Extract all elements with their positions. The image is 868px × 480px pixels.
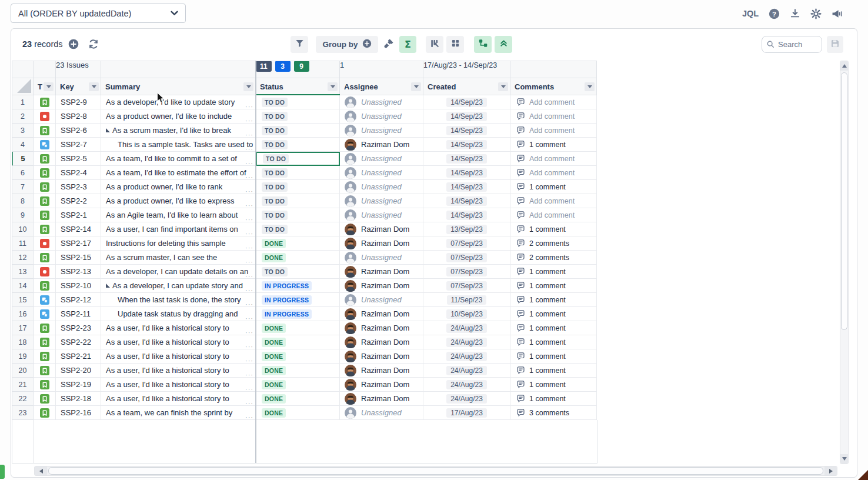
- scroll-up-button[interactable]: [840, 61, 848, 71]
- comments-cell[interactable]: Add comment: [510, 194, 597, 208]
- issue-type-cell[interactable]: [34, 364, 56, 378]
- status-cell[interactable]: DONE: [256, 349, 340, 364]
- issue-key-cell[interactable]: SSP2-21: [56, 349, 101, 364]
- comments-cell[interactable]: Add comment: [510, 152, 597, 166]
- comments-cell[interactable]: Add comment: [510, 95, 597, 109]
- assignee-cell[interactable]: Raziman Dom: [340, 364, 423, 378]
- comments-cell[interactable]: 1 comment: [510, 279, 597, 293]
- issue-key-cell[interactable]: SSP2-22: [56, 335, 101, 349]
- status-cell[interactable]: DONE: [256, 406, 340, 420]
- created-cell[interactable]: 14/Sep/23: [423, 109, 510, 124]
- status-cell[interactable]: TO DO: [256, 265, 340, 279]
- assignee-cell[interactable]: Raziman Dom: [340, 321, 423, 335]
- status-cell[interactable]: DONE: [256, 335, 340, 349]
- horizontal-scrollbar[interactable]: [34, 466, 837, 476]
- summary-cell[interactable]: This is a sample task. Tasks are used to…: [101, 138, 256, 152]
- row-number[interactable]: 2: [12, 109, 34, 124]
- status-cell[interactable]: DONE: [256, 378, 340, 392]
- status-cell[interactable]: DONE: [256, 364, 340, 378]
- comments-label[interactable]: Add comment: [529, 112, 575, 121]
- created-cell[interactable]: 14/Sep/23: [423, 124, 510, 138]
- gear-icon[interactable]: [810, 8, 822, 19]
- assignee-cell[interactable]: Unassigned: [340, 208, 423, 222]
- assignee-cell[interactable]: Raziman Dom: [340, 349, 423, 364]
- comments-label[interactable]: Add comment: [529, 197, 575, 205]
- column-header-assignee[interactable]: Assignee: [340, 78, 423, 95]
- expander-icon[interactable]: [106, 284, 110, 288]
- summary-cell[interactable]: Update task status by dragging and···: [101, 307, 256, 321]
- issue-type-cell[interactable]: [34, 392, 56, 406]
- horizontal-scrollbar-thumb[interactable]: [48, 467, 823, 475]
- comments-cell[interactable]: 1 comment: [510, 293, 597, 307]
- column-filter-dropdown[interactable]: [585, 82, 595, 91]
- issue-key-cell[interactable]: SSP2-2: [56, 194, 101, 208]
- assignee-cell[interactable]: Unassigned: [340, 109, 423, 124]
- issue-key-cell[interactable]: SSP2-16: [56, 406, 101, 420]
- comments-cell[interactable]: 1 comment: [510, 364, 597, 378]
- assignee-cell[interactable]: Unassigned: [340, 194, 423, 208]
- comments-label[interactable]: Add comment: [529, 211, 575, 219]
- scroll-left-button[interactable]: [35, 466, 47, 475]
- row-number[interactable]: 13: [12, 265, 34, 279]
- created-cell[interactable]: 24/Aug/23: [423, 349, 510, 364]
- comments-cell[interactable]: Add comment: [510, 166, 597, 180]
- issue-type-cell[interactable]: [34, 208, 56, 222]
- row-number[interactable]: 21: [12, 378, 34, 392]
- row-number[interactable]: 5: [12, 152, 34, 166]
- add-record-button[interactable]: [68, 39, 79, 49]
- status-cell[interactable]: TO DO: [256, 180, 340, 194]
- comments-cell[interactable]: Add comment: [510, 124, 597, 138]
- created-cell[interactable]: 14/Sep/23: [423, 138, 510, 152]
- row-number[interactable]: 9: [12, 208, 34, 222]
- row-number[interactable]: 3: [12, 124, 34, 138]
- status-cell[interactable]: IN PROGRESS: [256, 279, 340, 293]
- assignee-cell[interactable]: Unassigned: [340, 293, 423, 307]
- comments-cell[interactable]: 1 comment: [510, 222, 597, 236]
- assignee-cell[interactable]: Raziman Dom: [340, 222, 423, 236]
- summary-cell[interactable]: As a product owner, I'd like to include·…: [101, 109, 256, 124]
- row-number[interactable]: 18: [12, 335, 34, 349]
- assignee-cell[interactable]: Raziman Dom: [340, 279, 423, 293]
- created-cell[interactable]: 17/Aug/23: [423, 406, 510, 420]
- comments-cell[interactable]: 3 comments: [510, 406, 597, 420]
- comments-cell[interactable]: 1 comment: [510, 307, 597, 321]
- status-cell[interactable]: TO DO: [256, 166, 340, 180]
- issue-type-cell[interactable]: [34, 152, 56, 166]
- created-cell[interactable]: 14/Sep/23: [423, 166, 510, 180]
- created-cell[interactable]: 24/Aug/23: [423, 392, 510, 406]
- issue-type-cell[interactable]: [34, 180, 56, 194]
- row-number[interactable]: 23: [12, 406, 34, 420]
- vertical-scrollbar-thumb[interactable]: [841, 72, 847, 330]
- summary-cell[interactable]: As a scrum master, I'd like to break···: [101, 124, 256, 138]
- comments-cell[interactable]: 1 comment: [510, 321, 597, 335]
- comments-cell[interactable]: 1 comment: [510, 265, 597, 279]
- issue-key-cell[interactable]: SSP2-11: [56, 307, 101, 321]
- issue-type-cell[interactable]: [34, 321, 56, 335]
- filter-button[interactable]: [291, 36, 308, 53]
- issue-type-cell[interactable]: [34, 124, 56, 138]
- row-number[interactable]: 11: [12, 236, 34, 251]
- row-number[interactable]: 8: [12, 194, 34, 208]
- refresh-button[interactable]: [88, 39, 99, 49]
- comments-label[interactable]: Add comment: [529, 98, 575, 106]
- column-header-status[interactable]: Status: [256, 78, 340, 95]
- group-by-button[interactable]: Group by: [316, 36, 378, 53]
- row-number[interactable]: 17: [12, 321, 34, 335]
- comments-cell[interactable]: Add comment: [510, 208, 597, 222]
- issue-key-cell[interactable]: SSP2-10: [56, 279, 101, 293]
- issue-key-cell[interactable]: SSP2-14: [56, 222, 101, 236]
- issue-type-cell[interactable]: [34, 307, 56, 321]
- status-cell[interactable]: TO DO: [256, 194, 340, 208]
- status-cell[interactable]: DONE: [256, 236, 340, 251]
- expander-icon[interactable]: [106, 128, 110, 132]
- jql-button[interactable]: JQL: [742, 9, 759, 18]
- column-header-comments[interactable]: Comments: [510, 78, 597, 95]
- created-cell[interactable]: 24/Aug/23: [423, 378, 510, 392]
- row-number[interactable]: 22: [12, 392, 34, 406]
- save-button[interactable]: [827, 36, 843, 53]
- issue-type-cell[interactable]: [34, 222, 56, 236]
- created-cell[interactable]: 14/Sep/23: [423, 180, 510, 194]
- issue-key-cell[interactable]: SSP2-6: [56, 124, 101, 138]
- summary-cell[interactable]: When the last task is done, the story···: [101, 293, 256, 307]
- grid-view-button[interactable]: [446, 36, 464, 53]
